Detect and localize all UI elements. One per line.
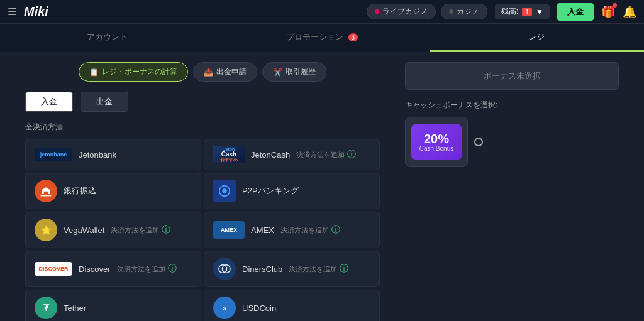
logo: Miki (24, 4, 48, 19)
payment-tether[interactable]: ₮ Tether (25, 290, 201, 321)
jetoncash-name: JetonCash (251, 150, 290, 160)
gift-icon[interactable]: 🎁 (601, 5, 615, 19)
svg-text:$: $ (223, 305, 226, 312)
vega-name: VegaWallet (64, 226, 104, 235)
section-label: 全決済方法 (25, 122, 380, 133)
payment-jetonbank[interactable]: jetonbane Jetonbank (25, 139, 201, 170)
payment-amex[interactable]: AMEX AMEX 決済方法を追加 ⓘ (204, 212, 380, 248)
left-panel: 📋 レジ・ボーナスの計算 📤 出金申請 ✂️ 取引履歴 入金 出金 全決済方法 … (25, 52, 392, 321)
balance-label: 残高: (501, 6, 518, 17)
promotions-badge: 3 (348, 33, 358, 41)
hamburger-icon[interactable]: ☰ (8, 6, 16, 18)
bonus-card[interactable]: 20% Cash Bonus (405, 117, 468, 167)
payment-jetoncash[interactable]: Jeton Cash おすすめ JetonCash 決済方法を追加 ⓘ (204, 139, 380, 170)
info-icon-jetoncash[interactable]: ⓘ (347, 149, 356, 160)
p2p-name: P2Pバンキング (242, 185, 299, 197)
jetoncash-logo: Jeton Cash おすすめ (213, 146, 245, 163)
jetonbank-name: Jetonbank (79, 150, 116, 160)
casino-label: カジノ (457, 6, 479, 17)
live-dot (375, 9, 379, 14)
vega-logo: ⭐ (35, 219, 57, 241)
sub-tab-withdrawal[interactable]: 📤 出金申請 (193, 62, 257, 82)
sub-tab-cashier-bonus[interactable]: 📋 レジ・ボーナスの計算 (79, 62, 188, 82)
bonus-unselected[interactable]: ボーナス未選択 (405, 62, 619, 90)
top-nav: ☰ Miki ライブカジノ カジノ 残高: 1 ▼ 入金 🎁 🔔 (0, 0, 644, 24)
info-icon-vega[interactable]: ⓘ (162, 224, 170, 236)
tab-account[interactable]: アカウント (0, 24, 214, 52)
live-casino-pill[interactable]: ライブカジノ (367, 4, 436, 19)
withdrawal-icon: 📤 (204, 68, 213, 77)
action-buttons: 入金 出金 (25, 92, 380, 112)
amex-logo: AMEX (213, 221, 245, 239)
usdcoin-logo: $ (213, 297, 236, 319)
info-icon-diners[interactable]: ⓘ (340, 263, 348, 275)
payment-grid: jetonbane Jetonbank Jeton Cash おすすめ Jeto… (25, 139, 380, 321)
bonus-select-area: 20% Cash Bonus (405, 117, 619, 167)
deposit-button[interactable]: 入金 (557, 3, 594, 21)
discover-add-link[interactable]: 決済方法を追加 ⓘ (117, 263, 177, 275)
jetoncash-add-link[interactable]: 決済方法を追加 ⓘ (296, 149, 356, 160)
diners-add-link[interactable]: 決済方法を追加 ⓘ (289, 263, 348, 275)
discover-logo: DISCOVER (35, 262, 72, 276)
amex-name: AMEX (251, 226, 274, 235)
nav-pills: ライブカジノ カジノ (367, 4, 487, 19)
diners-name: DinersClub (242, 264, 282, 274)
info-icon-discover[interactable]: ⓘ (168, 263, 177, 275)
content-area: 📋 レジ・ボーナスの計算 📤 出金申請 ✂️ 取引履歴 入金 出金 全決済方法 … (0, 52, 644, 321)
discover-name: Discover (79, 264, 111, 274)
sub-tab-history[interactable]: ✂️ 取引履歴 (262, 62, 326, 82)
amex-add-link[interactable]: 決済方法を追加 ⓘ (280, 224, 340, 236)
payment-diners[interactable]: DinersClub 決済方法を追加 ⓘ (204, 251, 380, 287)
balance-value: 1 (522, 8, 532, 16)
payment-usdcoin[interactable]: $ USDCoin (204, 290, 380, 321)
history-icon: ✂️ (273, 68, 282, 77)
svg-point-1 (222, 188, 226, 193)
balance-area: 残高: 1 ▼ (495, 4, 550, 19)
vega-add-link[interactable]: 決済方法を追加 ⓘ (111, 224, 170, 236)
bonus-radio[interactable] (474, 138, 483, 146)
gift-notif-dot (613, 3, 617, 8)
payment-bank[interactable]: 銀行振込 (25, 173, 201, 209)
withdraw-action-button[interactable]: 出金 (80, 92, 128, 112)
bank-name: 銀行振込 (64, 185, 96, 197)
payment-vega[interactable]: ⭐ VegaWallet 決済方法を追加 ⓘ (25, 212, 201, 248)
bonus-label: Cash Bonus (419, 145, 453, 152)
right-panel: ボーナス未選択 キャッシュボーナスを選択: 20% Cash Bonus (392, 52, 619, 321)
casino-dot (449, 9, 453, 14)
bank-logo (35, 180, 57, 202)
tether-logo: ₮ (35, 297, 57, 319)
bonus-percent: 20% (424, 133, 449, 145)
jetonbank-logo: jetonbane (35, 148, 72, 161)
main-tabs: アカウント プロモーション 3 レジ (0, 24, 644, 52)
cash-bonus-select-label: キャッシュボーナスを選択: (405, 100, 619, 111)
payment-discover[interactable]: DISCOVER Discover 決済方法を追加 ⓘ (25, 251, 201, 287)
tab-promotions[interactable]: プロモーション 3 (214, 24, 429, 52)
cashier-icon: 📋 (89, 68, 99, 77)
p2p-logo (213, 180, 236, 202)
usdcoin-name: USDCoin (242, 303, 276, 313)
bell-icon[interactable]: 🔔 (623, 5, 636, 19)
deposit-action-button[interactable]: 入金 (25, 92, 73, 112)
info-icon-amex[interactable]: ⓘ (331, 224, 340, 236)
diners-logo (213, 258, 236, 280)
sub-tabs: 📋 レジ・ボーナスの計算 📤 出金申請 ✂️ 取引履歴 (25, 62, 380, 82)
tab-cashier[interactable]: レジ (430, 24, 644, 52)
chevron-down-icon[interactable]: ▼ (536, 8, 543, 16)
payment-p2p[interactable]: P2Pバンキング (204, 173, 380, 209)
bonus-card-inner[interactable]: 20% Cash Bonus (411, 124, 462, 160)
casino-pill[interactable]: カジノ (441, 4, 487, 19)
tether-name: Tether (64, 303, 86, 313)
live-casino-label: ライブカジノ (382, 6, 428, 17)
